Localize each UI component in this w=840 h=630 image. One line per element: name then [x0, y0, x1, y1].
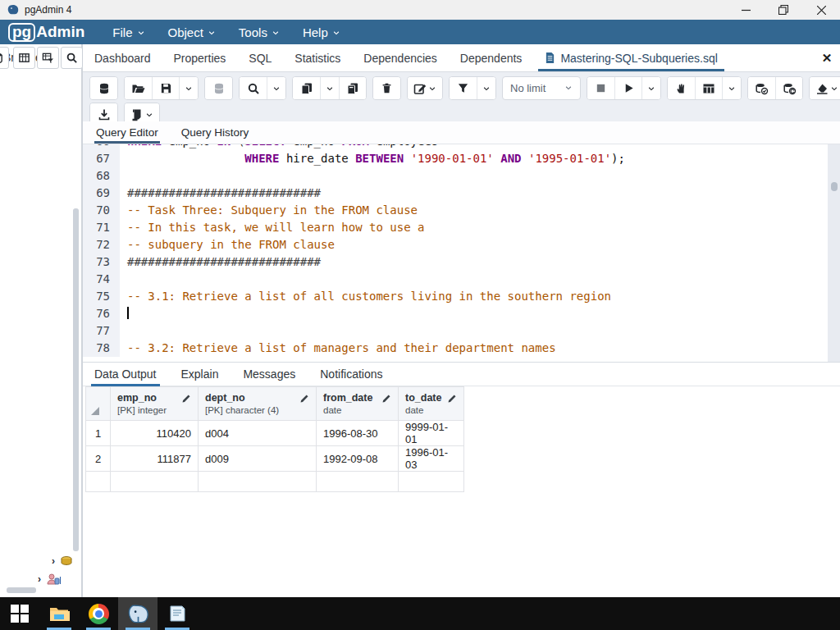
- row-limit-select[interactable]: No limit: [502, 76, 581, 100]
- taskbar-start-button[interactable]: [0, 597, 39, 630]
- tab-properties[interactable]: Properties: [162, 44, 238, 71]
- close-panel-button[interactable]: ✕: [813, 44, 840, 71]
- output-tab-explain[interactable]: Explain: [181, 363, 219, 386]
- tab-dependencies[interactable]: Dependencies: [352, 44, 449, 71]
- close-button[interactable]: [802, 0, 840, 20]
- chevron-down-button[interactable]: [722, 77, 741, 99]
- paste-button[interactable]: [339, 77, 366, 99]
- tab-statistics[interactable]: Statistics: [283, 44, 352, 71]
- taskbar-notepad-button[interactable]: [158, 597, 197, 630]
- commit-button[interactable]: [748, 77, 775, 99]
- tab-sql[interactable]: SQL: [237, 44, 283, 71]
- code-line-75[interactable]: 75-- 3.1: Retrieve a list of all custome…: [83, 288, 840, 305]
- menu-object[interactable]: Object: [160, 22, 224, 43]
- hand-cursor-button[interactable]: [668, 77, 695, 99]
- code-line-76[interactable]: 76: [83, 305, 840, 322]
- output-tab-messages[interactable]: Messages: [243, 363, 295, 386]
- sql-code-editor[interactable]: 66WHERE emp_no IN (SELECT emp_no FROM em…: [83, 144, 840, 362]
- stop-button[interactable]: [587, 77, 614, 99]
- column-header-dept_no[interactable]: dept_no[PK] character (4): [199, 387, 317, 421]
- filter-button[interactable]: [450, 77, 477, 99]
- cell-emp_no[interactable]: 111877: [111, 446, 199, 472]
- code-line-66[interactable]: 66WHERE emp_no IN (SELECT emp_no FROM em…: [83, 144, 840, 150]
- code-line-67[interactable]: 67 WHERE hire_date BETWEEN '1990-01-01' …: [83, 150, 840, 167]
- restore-button[interactable]: [765, 0, 802, 20]
- filter-table-icon-button[interactable]: [37, 47, 59, 69]
- row-number[interactable]: 2: [86, 446, 111, 472]
- minimize-button[interactable]: [727, 0, 765, 20]
- edit-column-icon[interactable]: [381, 394, 391, 404]
- table-view-button[interactable]: [695, 77, 722, 99]
- result-row[interactable]: 2111877d0091992-09-081996-01-03: [86, 446, 464, 472]
- code-line-72[interactable]: 72-- subquery in the FROM clause: [83, 236, 840, 253]
- chevron-down-button[interactable]: [267, 77, 285, 99]
- tree-node-databases[interactable]: ›: [52, 555, 73, 568]
- tab-sql-file[interactable]: Mastering-SQL-Subqueries.sql: [533, 44, 728, 71]
- menu-tools[interactable]: Tools: [231, 22, 288, 43]
- rollback-button[interactable]: [775, 77, 802, 99]
- code-line-70[interactable]: 70-- Task Three: Subquery in the FROM cl…: [83, 202, 840, 219]
- cell-from_date[interactable]: 1996-08-30: [317, 421, 399, 446]
- chevron-right-icon[interactable]: ›: [38, 573, 41, 585]
- code-line-77[interactable]: 77: [83, 322, 840, 340]
- save-button[interactable]: [152, 77, 179, 99]
- tab-query-editor[interactable]: Query Editor: [96, 121, 158, 144]
- servers-icon-button[interactable]: [0, 47, 9, 69]
- folder-open-button[interactable]: [125, 77, 152, 99]
- code-line-68[interactable]: 68: [83, 167, 840, 185]
- cell-emp_no[interactable]: 110420: [111, 421, 199, 446]
- column-header-to_date[interactable]: to_datedate: [399, 387, 464, 421]
- copy-button[interactable]: [293, 77, 320, 99]
- trash-button[interactable]: [373, 77, 400, 99]
- code-line-73[interactable]: 73############################: [83, 253, 840, 271]
- cell-dept_no[interactable]: d009: [199, 446, 317, 472]
- tab-query-history[interactable]: Query History: [181, 121, 249, 144]
- menu-help[interactable]: Help: [294, 22, 349, 43]
- filter-icon: [457, 82, 469, 94]
- search-button[interactable]: [240, 77, 267, 99]
- taskbar-pgadmin-button[interactable]: [118, 597, 158, 630]
- column-header-from_date[interactable]: from_datedate: [317, 387, 399, 421]
- search-icon-button[interactable]: [61, 47, 83, 69]
- code-line-71[interactable]: 71-- In this task, we will learn how to …: [83, 219, 840, 236]
- tree-node-login-group-roles[interactable]: ›: [38, 573, 61, 586]
- editor-vertical-scrollbar[interactable]: [828, 144, 840, 362]
- db-connection-button[interactable]: [90, 77, 117, 99]
- copy-icon: [300, 82, 313, 95]
- chevron-down-button[interactable]: [477, 77, 495, 99]
- select-all-corner-cell[interactable]: [86, 387, 111, 421]
- result-row[interactable]: 1110420d0041996-08-309999-01-01: [86, 421, 464, 446]
- chevron-right-icon[interactable]: ›: [52, 555, 55, 567]
- code-line-69[interactable]: 69############################: [83, 185, 840, 202]
- edit-column-icon[interactable]: [299, 394, 309, 404]
- cell-from_date[interactable]: 1992-09-08: [317, 446, 399, 472]
- chevron-down-button[interactable]: [320, 77, 339, 99]
- browser-horizontal-scrollbar[interactable]: [7, 587, 36, 593]
- chevron-down-button[interactable]: [179, 77, 198, 99]
- tab-dependents[interactable]: Dependents: [449, 44, 534, 71]
- play-button[interactable]: [614, 77, 641, 99]
- menu-file[interactable]: File: [104, 22, 153, 43]
- eraser-button[interactable]: [810, 77, 840, 99]
- cell-to_date[interactable]: 1996-01-03: [399, 446, 464, 472]
- column-header-emp_no[interactable]: emp_no[PK] integer: [111, 387, 199, 421]
- os-title-bar: pgAdmin 4: [0, 0, 840, 20]
- cell-dept_no[interactable]: d004: [199, 421, 317, 446]
- db-connection-button[interactable]: [205, 77, 232, 99]
- row-number[interactable]: 1: [86, 421, 111, 446]
- edit-button[interactable]: [408, 77, 442, 99]
- code-line-78[interactable]: 78-- 3.2: Retrieve a list of managers an…: [83, 340, 840, 357]
- edit-column-icon[interactable]: [447, 394, 457, 404]
- code-line-74[interactable]: 74: [83, 271, 840, 288]
- browser-vertical-scrollbar[interactable]: [73, 208, 79, 551]
- taskbar-chrome-button[interactable]: [79, 597, 118, 630]
- taskbar-file-explorer-button[interactable]: [39, 597, 79, 630]
- toolbar-button-group: [372, 76, 401, 100]
- edit-column-icon[interactable]: [181, 394, 191, 404]
- tab-dashboard[interactable]: Dashboard: [83, 44, 162, 71]
- chevron-down-button[interactable]: [641, 77, 660, 99]
- table-grid-icon-button[interactable]: [13, 47, 35, 69]
- output-tab-data-output[interactable]: Data Output: [94, 363, 157, 386]
- output-tab-notifications[interactable]: Notifications: [320, 363, 382, 386]
- cell-to_date[interactable]: 9999-01-01: [399, 421, 464, 446]
